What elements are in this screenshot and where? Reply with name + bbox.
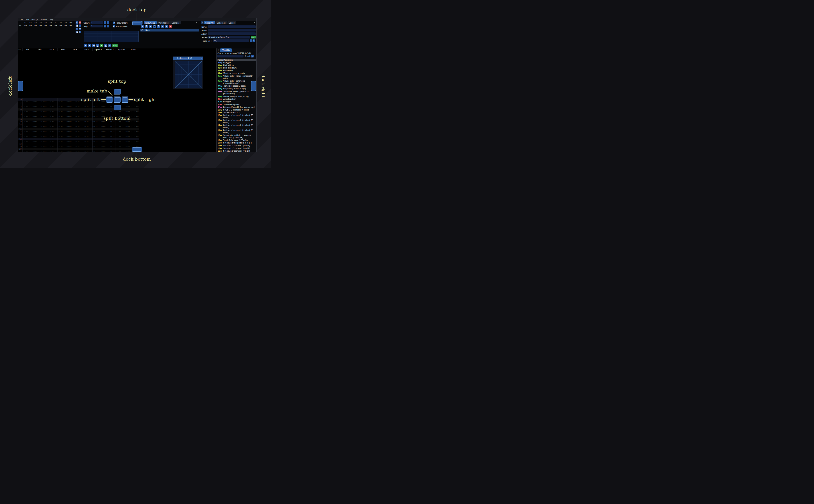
pattern-cell[interactable]: ··· ·· ·· ··· (104, 145, 116, 148)
record-button[interactable] (100, 44, 103, 47)
close-button[interactable]: × (254, 21, 255, 24)
pattern-cell[interactable]: ··· ·· ·· ··· (46, 98, 57, 101)
octave-increment-button[interactable]: + (107, 21, 109, 24)
pattern-cell[interactable]: ··· ·· ·· ··· (92, 135, 104, 138)
pattern-cell[interactable]: ··· ·· ·· ··· (57, 135, 69, 138)
pattern-cell[interactable]: ··· ·· ·· ··· (92, 111, 104, 113)
effect-11xx[interactable]: 11xx Set feedback (0 to 7) (216, 111, 256, 114)
pattern-cell[interactable]: ··· ·· ·· ··· (46, 128, 57, 130)
channel-header-FM 4[interactable]: FM 4 (57, 48, 69, 51)
pattern-cell[interactable]: ··· ·· ·· ··· (34, 133, 46, 135)
effect-list-menu-button[interactable] (251, 55, 254, 57)
order-value-F1[interactable]: 00 (23, 25, 28, 27)
pattern-corner-button[interactable]: ++ (18, 49, 21, 51)
pattern-cell[interactable]: ··· ·· ·· ··· (127, 138, 139, 140)
pattern-cell[interactable]: ··· ·· ·· ··· (116, 123, 127, 125)
pattern-cell[interactable]: ··· ·· ·· ··· (69, 118, 81, 120)
pattern-cell[interactable]: ··· ·· ·· ··· (104, 128, 116, 130)
pattern-cell[interactable]: ··· ·· ·· ··· (22, 140, 34, 143)
pattern-cell[interactable]: ··· ·· ·· ··· (69, 108, 81, 111)
move-instrument-up-button[interactable] (161, 25, 164, 28)
pattern-cell[interactable]: ··· ·· ·· ··· (81, 118, 92, 120)
pattern-cell[interactable]: ··· ·· ·· ··· (116, 140, 127, 143)
pattern-cell[interactable]: ··· ·· ·· ··· (46, 116, 57, 118)
pattern-cell[interactable]: ··· ·· ·· ··· (22, 106, 34, 108)
tab-speed[interactable]: Speed (227, 21, 236, 24)
effect-0Fxx[interactable]: 0Fxx Set speed (speed 2 if no grooves ex… (216, 106, 256, 109)
tab-instruments[interactable]: Instruments (144, 21, 157, 24)
pattern-cell[interactable]: ··· ·· ·· ··· (81, 120, 92, 123)
pattern-cell[interactable]: ··· ·· ·· ··· (69, 150, 81, 152)
pattern-cell[interactable]: ··· ·· ·· ··· (81, 108, 92, 111)
orders-row[interactable]: 00000000000000000000 (23, 25, 73, 27)
order-value-S2[interactable]: 00 (58, 25, 63, 27)
menu-settings[interactable]: settings (30, 18, 39, 20)
pattern-cell[interactable]: ··· ·· ·· ··· (34, 128, 46, 130)
pattern-cell[interactable]: ··· ·· ·· ··· (92, 148, 104, 150)
duplicate-order-end-button[interactable] (79, 28, 81, 30)
channel-header-FM 5[interactable]: FM 5 (69, 48, 81, 51)
move-instrument-down-button[interactable] (165, 25, 168, 28)
tab-subsongs[interactable]: Subsongs (215, 21, 227, 24)
pattern-row-10[interactable]: 10··· ·· ·· ······ ·· ·· ······ ·· ·· ··… (18, 123, 139, 125)
dock-bottom-target[interactable] (132, 147, 142, 152)
pattern-row-12[interactable]: 12··· ·· ·· ······ ·· ·· ······ ·· ·· ··… (18, 128, 139, 130)
album-input[interactable] (208, 32, 256, 35)
pattern-cell[interactable]: ··· ·· ·· ··· (22, 108, 34, 111)
channel-header-FM 2[interactable]: FM 2 (34, 48, 46, 51)
menu-help[interactable]: help (48, 18, 55, 20)
pattern-cell[interactable]: ··· ·· ·· ··· (22, 128, 34, 130)
pattern-cell[interactable]: ··· ·· ·· ··· (104, 125, 116, 128)
pattern-cell[interactable]: ··· ·· ·· ··· (46, 108, 57, 111)
effect-10xy[interactable]: 10xy Setup LFO (x: enable; y: speed) (216, 109, 256, 111)
order-value-S1[interactable]: 00 (53, 25, 58, 27)
pattern-cell[interactable]: ··· ·· ·· ··· (46, 123, 57, 125)
channel-header-FM 6[interactable]: FM 6 (81, 48, 92, 51)
pattern-cell[interactable]: ··· ·· ·· ··· (127, 120, 139, 123)
channel-header-Square 2[interactable]: Square 2 (104, 48, 116, 51)
effect-0Axy[interactable]: 0Axy Volume slide (0y: down; x0: up) (216, 95, 256, 98)
tab-list-popup-button[interactable]: ▼ (201, 21, 203, 24)
pattern-cell[interactable]: ··· ·· ·· ··· (34, 103, 46, 106)
pattern-cell[interactable]: ··· ·· ·· ··· (116, 148, 127, 150)
name-input[interactable] (208, 25, 256, 28)
pattern-cell[interactable]: ··· ·· ·· ··· (104, 130, 116, 133)
tab-song-info[interactable]: Song Info (204, 21, 215, 24)
pattern-row-11[interactable]: 11··· ·· ·· ······ ·· ·· ······ ·· ·· ··… (18, 125, 139, 128)
pattern-cell[interactable]: ··· ·· ·· ··· (81, 133, 92, 135)
pattern-cell[interactable]: ··· ·· ·· ··· (81, 128, 92, 130)
oscilloscope-xy-window[interactable]: ▼ Oscilloscope (X-Y) × (173, 56, 203, 89)
effect-1Axx[interactable]: 1Axx Set attack of operator 1 (0 to 1F) (216, 144, 256, 147)
dock-top-target[interactable] (132, 21, 142, 25)
pattern-cell[interactable]: ··· ·· ·· ··· (116, 138, 127, 140)
pattern-cell[interactable]: ··· ·· ·· ··· (116, 130, 127, 133)
pattern-cell[interactable]: ··· ·· ·· ··· (46, 113, 57, 116)
split-top-target[interactable] (114, 89, 121, 95)
pattern-cell[interactable]: ··· ·· ·· ··· (22, 150, 34, 152)
pattern-cell[interactable]: ··· ·· ·· ··· (69, 135, 81, 138)
pattern-cell[interactable]: ··· ·· ·· ··· (104, 111, 116, 113)
pattern-cell[interactable]: ··· ·· ·· ··· (69, 130, 81, 133)
pattern-cell[interactable]: ··· ·· ·· ··· (34, 148, 46, 150)
pattern-cell[interactable]: ··· ·· ·· ··· (57, 130, 69, 133)
pattern-row-6[interactable]: 6··· ·· ·· ······ ·· ·· ······ ·· ·· ···… (18, 113, 139, 116)
pattern-cell[interactable]: ··· ·· ·· ··· (34, 143, 46, 145)
order-change-all-button[interactable] (76, 31, 78, 33)
pattern-cell[interactable]: ··· ·· ·· ··· (127, 108, 139, 111)
pattern-cell[interactable]: ··· ·· ·· ··· (34, 138, 46, 140)
pattern-cell[interactable]: ··· ·· ·· ··· (127, 106, 139, 108)
duplicate-instrument-button[interactable] (145, 25, 148, 28)
close-button[interactable]: × (196, 21, 197, 24)
pattern-cell[interactable]: ··· ·· ·· ··· (81, 145, 92, 148)
pattern-cell[interactable]: ··· ·· ·· ··· (81, 123, 92, 125)
pattern-cell[interactable]: ··· ·· ·· ··· (22, 143, 34, 145)
split-bottom-target[interactable] (114, 105, 121, 110)
pattern-row-20[interactable]: 20··· ·· ·· ······ ·· ·· ······ ·· ·· ··… (18, 148, 139, 150)
pattern-cell[interactable]: ··· ·· ·· ··· (81, 138, 92, 140)
channel-header-FM 3[interactable]: FM 3 (46, 48, 57, 51)
pattern-cell[interactable]: ··· ·· ·· ··· (57, 133, 69, 135)
pattern-cell[interactable]: ··· ·· ·· ··· (104, 120, 116, 123)
effect-09xx[interactable]: 09xx Set groove pattern (speed 1 if no g… (216, 90, 256, 95)
pattern-cell[interactable]: ··· ·· ·· ··· (46, 133, 57, 135)
effect-15xx[interactable]: 15xx Set level of operator 4 (0 highest,… (216, 129, 256, 134)
